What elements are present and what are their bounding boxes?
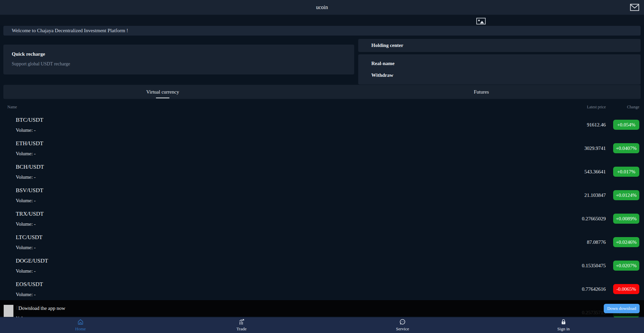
- pair-volume: Volume: -: [16, 221, 532, 227]
- mail-icon[interactable]: [630, 4, 639, 11]
- app-page: ucoin Welcome to Chajaya Decentralized I…: [0, 0, 644, 333]
- table-row[interactable]: ETH/USDTVolume: -3029.9741+0.0407%: [0, 136, 644, 160]
- pair-price: 87.08776: [532, 239, 606, 245]
- pair-symbol: BCH/USDT: [16, 164, 532, 170]
- tab-virtual-currency[interactable]: Virtual currency: [3, 85, 322, 99]
- pair-quote: 0.77642616-0.0065%: [532, 284, 639, 294]
- pair-price: 91612.46: [532, 122, 606, 128]
- service-icon: [399, 319, 406, 325]
- change-badge: +0.0124%: [613, 190, 639, 200]
- pair-quote: 21.103847+0.0124%: [532, 190, 639, 200]
- menu-item-real-name[interactable]: Real-name: [371, 61, 641, 66]
- trade-icon: [238, 319, 245, 325]
- pair-symbol: EOS/USDT: [16, 281, 532, 288]
- top-navbar: ucoin: [0, 0, 644, 15]
- pair-volume: Volume: -: [16, 174, 532, 180]
- pair-volume: Volume: -: [16, 127, 532, 133]
- change-badge: +0.0207%: [613, 261, 639, 271]
- pair-info: DOGE/USDTVolume: -: [16, 258, 532, 274]
- active-tab-underline: [156, 98, 169, 98]
- pair-quote: 0.27665029+0.0089%: [532, 214, 639, 224]
- table-row[interactable]: TRX/USDTVolume: -0.27665029+0.0089%: [0, 207, 644, 230]
- bottom-nav: Home Trade Service: [0, 317, 644, 333]
- welcome-notice-bar: Welcome to Chajaya Decentralized Investm…: [3, 26, 641, 36]
- download-app-text: Download the app now: [18, 306, 65, 311]
- nav-item-trade[interactable]: Trade: [161, 317, 322, 333]
- app-logo-placeholder: [4, 305, 13, 317]
- change-badge: +0.0089%: [613, 214, 639, 224]
- header-latest-price: Latest price: [539, 105, 606, 110]
- table-row[interactable]: EOS/USDTVolume: -0.77642616-0.0065%: [0, 277, 644, 301]
- app-title: ucoin: [316, 4, 328, 10]
- pair-info: TRX/USDTVolume: -: [16, 211, 532, 227]
- header-name: Name: [7, 105, 539, 110]
- pair-symbol: DOGE/USDT: [16, 258, 532, 264]
- pair-quote: 0.15350475+0.0207%: [532, 261, 639, 271]
- broken-image-icon: [476, 18, 486, 24]
- banner-carousel: [0, 15, 644, 25]
- pair-info: LTC/USDTVolume: -: [16, 234, 532, 251]
- header-change: Change: [613, 105, 639, 110]
- quick-recharge-subtitle: Support global USDT recharge: [12, 61, 354, 67]
- table-row[interactable]: DOGE/USDTVolume: -0.15350475+0.0207%: [0, 254, 644, 277]
- pair-price: 21.103847: [532, 192, 606, 198]
- table-row[interactable]: BTC/USDTVolume: -91612.46+0.054%: [0, 113, 644, 136]
- change-badge: +0.0407%: [613, 143, 639, 153]
- pair-symbol: BTC/USDT: [16, 117, 532, 123]
- pair-volume: Volume: -: [16, 292, 532, 297]
- pair-symbol: ETH/USDT: [16, 140, 532, 147]
- pair-volume: Volume: -: [16, 268, 532, 274]
- table-row[interactable]: LTC/USDTVolume: -87.08776+0.0246%: [0, 230, 644, 254]
- table-row[interactable]: BCH/USDTVolume: -543.36641+0.017%: [0, 160, 644, 183]
- nav-label-service: Service: [396, 326, 409, 332]
- nav-label-signin: Sign in: [557, 326, 570, 332]
- pair-quote: 87.08776+0.0246%: [532, 237, 639, 247]
- tab-futures-label: Futures: [474, 89, 489, 95]
- nav-item-service[interactable]: Service: [322, 317, 483, 333]
- download-app-bar: Download the app now Down download: [0, 300, 644, 317]
- nav-label-trade: Trade: [236, 326, 247, 332]
- pair-price: 0.27665029: [532, 216, 606, 222]
- change-badge: +0.0246%: [613, 237, 639, 247]
- pair-info: BTC/USDTVolume: -: [16, 117, 532, 133]
- menu-item-withdraw[interactable]: Withdraw: [371, 72, 641, 78]
- home-icon: [77, 319, 84, 325]
- change-badge: +0.017%: [613, 167, 639, 177]
- menu-item-holding-center[interactable]: Holding center: [371, 43, 403, 48]
- account-menu-card: Real-name Withdraw: [358, 54, 641, 85]
- welcome-text: Welcome to Chajaya Decentralized Investm…: [12, 28, 128, 34]
- market-table-header: Name Latest price Change: [0, 102, 644, 112]
- download-app-button[interactable]: Down download: [604, 304, 640, 313]
- pair-quote: 3029.9741+0.0407%: [532, 143, 639, 153]
- pair-price: 543.36641: [532, 169, 606, 175]
- pair-volume: Volume: -: [16, 151, 532, 157]
- pair-info: BSV/USDTVolume: -: [16, 187, 532, 204]
- tab-futures[interactable]: Futures: [322, 85, 641, 99]
- nav-item-home[interactable]: Home: [0, 317, 161, 333]
- tab-virtual-currency-label: Virtual currency: [146, 89, 179, 95]
- pair-info: ETH/USDTVolume: -: [16, 140, 532, 157]
- pair-volume: Volume: -: [16, 198, 532, 204]
- change-badge: -0.0065%: [613, 284, 639, 294]
- pair-volume: Volume: -: [16, 245, 532, 251]
- change-badge: +0.054%: [613, 120, 639, 130]
- pair-symbol: LTC/USDT: [16, 234, 532, 241]
- market-list: BTC/USDTVolume: -91612.46+0.054%ETH/USDT…: [0, 113, 644, 324]
- pair-price: 0.15350475: [532, 263, 606, 269]
- pair-symbol: BSV/USDT: [16, 187, 532, 194]
- holding-center-card[interactable]: Holding center: [358, 39, 641, 52]
- market-tabbar: Virtual currency Futures: [3, 85, 641, 99]
- pair-price: 0.77642616: [532, 286, 606, 292]
- pair-quote: 91612.46+0.054%: [532, 120, 639, 130]
- quick-recharge-card[interactable]: Quick recharge Support global USDT recha…: [3, 45, 354, 74]
- pair-info: BCH/USDTVolume: -: [16, 164, 532, 180]
- table-row[interactable]: BSV/USDTVolume: -21.103847+0.0124%: [0, 183, 644, 207]
- pair-info: EOS/USDTVolume: -: [16, 281, 532, 297]
- nav-label-home: Home: [75, 326, 86, 332]
- pair-quote: 543.36641+0.017%: [532, 167, 639, 177]
- pair-symbol: TRX/USDT: [16, 211, 532, 217]
- signin-lock-icon: [560, 319, 567, 325]
- quick-recharge-title: Quick recharge: [12, 51, 354, 57]
- pair-price: 3029.9741: [532, 146, 606, 151]
- nav-item-signin[interactable]: Sign in: [483, 317, 644, 333]
